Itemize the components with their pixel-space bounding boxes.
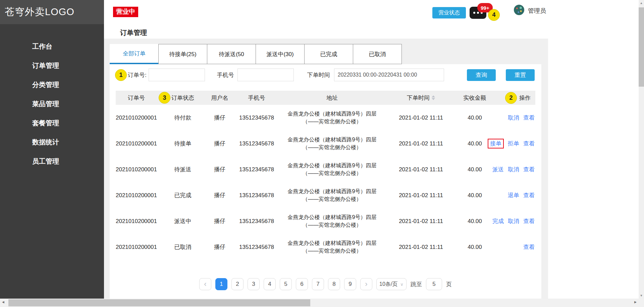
- cell-order-no: 2021010200001: [116, 218, 163, 225]
- cell-amount: 40.00: [454, 115, 495, 121]
- table-row: 2021010200001 待接单 播仔 13512345678 金燕龙办公楼（…: [116, 131, 535, 157]
- tab-all-orders[interactable]: 全部订单: [110, 44, 159, 64]
- tab-dispatching[interactable]: 派送中(30): [256, 44, 305, 64]
- header-phone: 手机号: [236, 94, 277, 102]
- sidebar-item-category-management[interactable]: 分类管理: [0, 75, 104, 94]
- tab-completed[interactable]: 已完成: [304, 44, 353, 64]
- jump-to-input[interactable]: [426, 278, 442, 290]
- avatar[interactable]: [514, 5, 524, 15]
- page-button-9[interactable]: 9: [344, 278, 356, 290]
- cell-user: 播仔: [203, 166, 236, 173]
- cancel-order-link[interactable]: 取消: [508, 166, 519, 173]
- cell-phone: 13512345678: [236, 244, 277, 251]
- chevron-right-icon[interactable]: ›: [360, 278, 372, 290]
- cell-amount: 40.00: [454, 166, 495, 173]
- content-panel: 全部订单 待接单(25) 待派送(50 派送中(30) 已完成 已取消 1 订单…: [104, 39, 548, 299]
- cell-phone: 13512345678: [236, 115, 277, 121]
- view-order-link[interactable]: 查看: [523, 217, 535, 225]
- cell-actions: 查看: [495, 243, 535, 251]
- view-order-link[interactable]: 查看: [523, 191, 535, 199]
- orders-table: 订单号 3 订单状态 用户名 手机号 地址 下单时间 实收金额: [116, 91, 535, 260]
- sidebar-menu: 工作台 订单管理 分类管理 菜品管理 套餐管理 数据统计 员工管理: [0, 37, 104, 171]
- scroll-right-icon[interactable]: ►: [634, 300, 637, 304]
- header-actions-label: 操作: [519, 94, 531, 102]
- cell-actions: 完成 取消 查看: [495, 217, 535, 225]
- accept-order-link[interactable]: 接单: [488, 139, 504, 148]
- tab-pending-accept[interactable]: 待接单(25): [158, 44, 207, 64]
- tab-cancelled[interactable]: 已取消: [353, 44, 402, 64]
- table-row: 2021010200001 待派送 播仔 13512345678 金燕龙办公楼（…: [116, 157, 535, 182]
- scroll-down-icon[interactable]: ▼: [639, 294, 644, 297]
- sidebar-item-employee-management[interactable]: 员工管理: [0, 152, 104, 171]
- address-line1: 金燕龙办公楼（建材城西路9号）四层: [288, 188, 377, 195]
- page-button-4[interactable]: 4: [264, 278, 276, 290]
- chat-dot-icon: [477, 12, 479, 14]
- cell-status: 已完成: [163, 191, 203, 199]
- phone-label: 手机号: [217, 71, 234, 79]
- page-button-1[interactable]: 1: [215, 278, 227, 290]
- scroll-left-icon[interactable]: ◄: [1, 300, 5, 304]
- header-address: 地址: [277, 94, 387, 102]
- address-line1: 金燕龙办公楼（建材城西路9号）四层: [288, 162, 377, 169]
- chevron-left-icon[interactable]: ‹: [199, 278, 211, 290]
- view-order-link[interactable]: 查看: [523, 140, 535, 147]
- table-header-row: 订单号 3 订单状态 用户名 手机号 地址 下单时间 实收金额: [116, 91, 535, 105]
- address-line1: 金燕龙办公楼（建材城西路9号）四层: [288, 214, 377, 221]
- order-no-input[interactable]: [149, 69, 205, 81]
- header-user-name: 用户名: [203, 94, 236, 102]
- page-size-select[interactable]: 10条/页 ∨: [376, 278, 407, 290]
- address-line2: （——宾馆北侧办公楼）: [303, 195, 362, 203]
- table-row: 2021010200001 已完成 播仔 13512345678 金燕龙办公楼（…: [116, 182, 535, 208]
- cancel-order-link[interactable]: 取消: [508, 217, 519, 225]
- dispatch-order-link[interactable]: 派送: [492, 166, 504, 173]
- reset-button[interactable]: 重置: [506, 69, 535, 81]
- complete-order-link[interactable]: 完成: [492, 217, 504, 225]
- page-button-3[interactable]: 3: [248, 278, 260, 290]
- cell-user: 播仔: [203, 191, 236, 199]
- sidebar-item-workbench[interactable]: 工作台: [0, 37, 104, 56]
- page-button-5[interactable]: 5: [280, 278, 292, 290]
- cell-order-no: 2021010200001: [116, 192, 163, 199]
- view-order-link[interactable]: 查看: [523, 166, 535, 173]
- cell-address: 金燕龙办公楼（建材城西路9号）四层 （——宾馆北侧办公楼）: [277, 162, 387, 177]
- view-order-link[interactable]: 查看: [523, 243, 535, 251]
- business-open-badge: 营业中: [113, 7, 138, 17]
- order-no-label: 订单号:: [128, 71, 147, 79]
- header-order-no: 订单号: [116, 94, 163, 102]
- cell-status: 待派送: [163, 166, 203, 173]
- header-order-status-label: 订单状态: [171, 94, 194, 102]
- page-unit-label: 页: [446, 280, 452, 288]
- page-button-6[interactable]: 6: [296, 278, 308, 290]
- horizontal-scrollbar-thumb[interactable]: [8, 299, 310, 306]
- order-time-label: 下单时间: [307, 71, 330, 79]
- cell-phone: 13512345678: [236, 192, 277, 199]
- sidebar-item-dish-management[interactable]: 菜品管理: [0, 94, 104, 114]
- page-button-8[interactable]: 8: [328, 278, 340, 290]
- pagination: ‹ 1 2 3 4 5 6 7 8 9 › 10条/页 ∨ 跳至: [110, 278, 541, 290]
- sidebar-item-order-management[interactable]: 订单管理: [0, 56, 104, 75]
- annotation-1: 1: [115, 69, 127, 81]
- refund-order-link[interactable]: 退单: [508, 191, 519, 199]
- view-order-link[interactable]: 查看: [523, 114, 535, 122]
- sidebar-item-combo-management[interactable]: 套餐管理: [0, 114, 104, 133]
- scroll-up-icon[interactable]: ▲: [639, 1, 644, 5]
- vertical-scrollbar-thumb[interactable]: [639, 7, 644, 87]
- order-time-range-input[interactable]: [334, 69, 444, 81]
- reject-order-link[interactable]: 拒单: [508, 140, 519, 147]
- app-logo: 苍穹外卖LOGO: [0, 0, 104, 24]
- horizontal-scrollbar[interactable]: ◄ ►: [0, 299, 644, 307]
- page-button-2[interactable]: 2: [231, 278, 244, 290]
- address-line2: （——宾馆北侧办公楼）: [303, 247, 362, 255]
- page-button-7[interactable]: 7: [312, 278, 324, 290]
- cell-status: 待付款: [163, 114, 203, 122]
- phone-input[interactable]: [237, 69, 294, 81]
- cell-status: 待接单: [163, 140, 203, 147]
- cell-amount: 40.00: [454, 192, 495, 199]
- cancel-order-link[interactable]: 取消: [508, 114, 519, 122]
- vertical-scrollbar[interactable]: ▲ ▼: [639, 0, 644, 299]
- business-status-button[interactable]: 营业状态: [432, 7, 466, 18]
- sidebar-item-statistics[interactable]: 数据统计: [0, 133, 104, 152]
- tab-pending-dispatch[interactable]: 待派送(50: [207, 44, 256, 64]
- query-button[interactable]: 查询: [467, 69, 496, 81]
- sort-icon[interactable]: [432, 95, 435, 100]
